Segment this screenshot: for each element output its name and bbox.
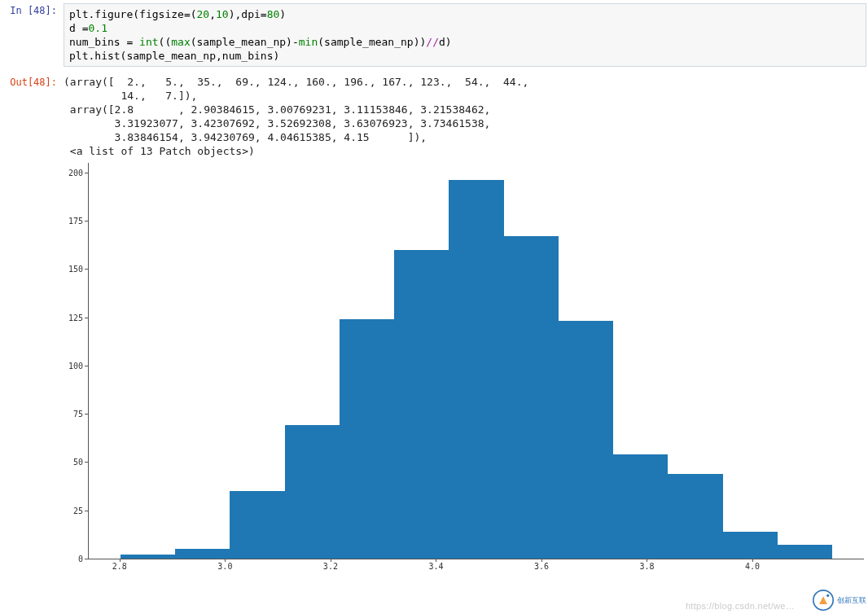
x-tick-label: 3.6 [534, 562, 549, 571]
histogram-bar [285, 425, 340, 559]
logo-icon [813, 590, 834, 611]
y-tick-label: 100 [68, 361, 83, 370]
histogram-bar [230, 491, 284, 559]
axes-frame [88, 163, 864, 559]
histogram-bar [394, 250, 449, 559]
x-tick [436, 559, 436, 562]
y-tick [85, 559, 88, 559]
x-tick [541, 559, 542, 562]
x-tick [752, 559, 753, 562]
input-prompt: In [48]: [0, 0, 64, 16]
y-tick-label: 75 [73, 410, 83, 419]
histogram-bar [340, 319, 394, 559]
x-tick [225, 559, 226, 562]
histogram-bar [504, 236, 559, 559]
histogram-bar [778, 545, 832, 559]
output-text: (array([ 2., 5., 35., 69., 124., 160., 1… [64, 72, 868, 160]
x-tick [120, 559, 121, 562]
x-tick-label: 3.0 [217, 562, 232, 571]
y-tick [85, 511, 88, 511]
watermark-brand: 创新互联 [837, 596, 866, 604]
histogram-bar [175, 549, 230, 559]
x-tick [331, 559, 331, 562]
y-tick [85, 269, 88, 270]
x-tick-label: 3.8 [639, 562, 654, 571]
y-tick [85, 221, 88, 221]
svg-point-1 [826, 594, 829, 597]
y-tick-label: 175 [68, 217, 83, 226]
y-tick-label: 125 [68, 313, 83, 322]
histogram-bar [121, 555, 175, 559]
histogram-bar [668, 474, 722, 559]
histogram-bar [449, 180, 503, 559]
watermark-logo: 创新互联 [813, 590, 866, 611]
watermark-url: https://blog.csdn.net/we… [686, 601, 795, 611]
x-tick-label: 4.0 [745, 562, 760, 571]
y-tick [85, 173, 88, 173]
y-tick-label: 150 [68, 265, 83, 274]
x-tick [647, 559, 647, 562]
y-tick-label: 50 [73, 458, 83, 467]
y-tick-label: 0 [78, 555, 83, 564]
histogram-plot: 02550751001251501752002.83.03.23.43.63.8… [62, 160, 865, 575]
y-tick [85, 462, 88, 463]
code-editor[interactable]: plt.figure(figsize=(20,10),dpi=80) d =0.… [64, 3, 866, 67]
output-cell: Out[48]: (array([ 2., 5., 35., 69., 124.… [0, 72, 868, 160]
x-tick-label: 2.8 [112, 562, 127, 571]
x-tick-label: 3.2 [323, 562, 338, 571]
input-cell: In [48]: plt.figure(figsize=(20,10),dpi=… [0, 0, 868, 72]
y-tick-label: 200 [68, 168, 83, 177]
y-tick [85, 414, 88, 414]
x-tick-label: 3.4 [428, 562, 443, 571]
histogram-bar [559, 321, 613, 559]
histogram-bar [613, 454, 668, 559]
output-prompt: Out[48]: [0, 72, 64, 88]
histogram-bar [723, 532, 778, 559]
y-tick [85, 318, 88, 318]
y-tick-label: 25 [73, 506, 83, 515]
y-tick [85, 366, 88, 366]
